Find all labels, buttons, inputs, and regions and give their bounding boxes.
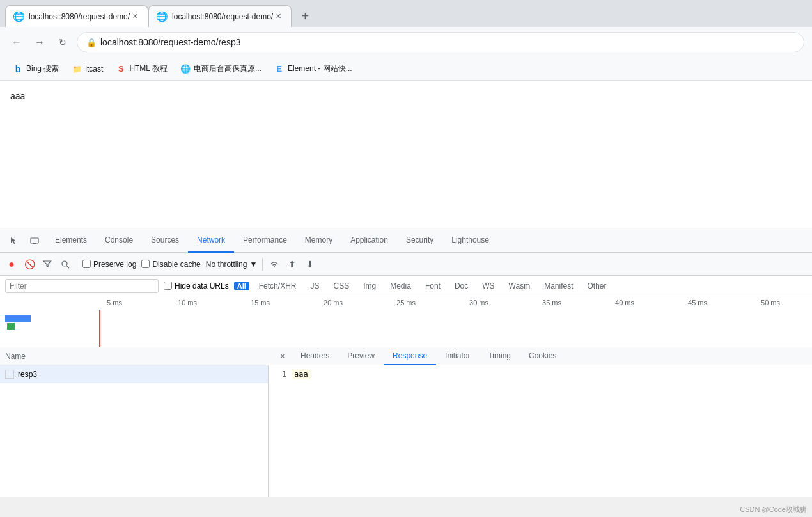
initiator-tab[interactable]: Initiator	[436, 347, 479, 365]
bookmark-ecommerce[interactable]: 🌐 电商后台高保真原...	[175, 62, 267, 76]
tab-elements[interactable]: Elements	[46, 228, 96, 253]
ruler-mark-10: 50 ms	[734, 299, 807, 306]
tab-application[interactable]: Application	[341, 228, 397, 253]
file-icon	[5, 370, 14, 379]
wifi-icon[interactable]	[268, 258, 281, 271]
url-bar[interactable]: 🔒 localhost:8080/request-demo/resp3	[77, 32, 804, 52]
request-table: Name × Headers Preview Response Initiato…	[0, 347, 812, 497]
search-button[interactable]	[59, 258, 72, 271]
media-filter[interactable]: Media	[386, 281, 416, 291]
timeline-ruler: 5 ms 10 ms 15 ms 20 ms 25 ms 30 ms 35 ms…	[0, 296, 812, 309]
preserve-log-checkbox[interactable]: Preserve log	[82, 260, 136, 269]
reload-button[interactable]: ↻	[54, 33, 72, 51]
svg-point-3	[62, 261, 67, 266]
timeline-red-line	[99, 310, 100, 347]
tab-1[interactable]: 🌐 localhost:8080/request-demo/ ✕	[5, 5, 148, 27]
tab-1-title: localhost:8080/request-demo/	[29, 12, 130, 21]
tab-2[interactable]: 🌐 localhost:8080/request-demo/ ✕	[148, 5, 292, 27]
bookmark-html-label: HTML 教程	[129, 63, 168, 74]
new-tab-button[interactable]: +	[294, 5, 316, 27]
css-filter[interactable]: CSS	[329, 281, 354, 291]
preview-tab[interactable]: Preview	[338, 347, 384, 365]
doc-filter[interactable]: Doc	[450, 281, 472, 291]
back-button[interactable]: ←	[8, 33, 26, 51]
tab-console[interactable]: Console	[96, 228, 142, 253]
download-icon[interactable]: ⬇	[304, 258, 316, 271]
timeline-bar-blue	[5, 315, 31, 322]
forward-button[interactable]: →	[31, 33, 49, 51]
tab-2-close[interactable]: ✕	[273, 12, 283, 22]
disable-cache-checkbox[interactable]: Disable cache	[141, 260, 200, 269]
name-column-header: Name	[5, 352, 274, 361]
devtools-device-icon[interactable]	[26, 232, 43, 250]
tab-sources[interactable]: Sources	[142, 228, 188, 253]
ruler-mark-1: 5 ms	[78, 299, 151, 306]
element-icon: E	[274, 64, 285, 74]
cookies-tab[interactable]: Cookies	[520, 347, 565, 365]
tab-1-close[interactable]: ✕	[130, 12, 140, 22]
bookmark-html[interactable]: S HTML 教程	[111, 62, 173, 76]
tab-performance[interactable]: Performance	[234, 228, 296, 253]
address-bar: ← → ↻ 🔒 localhost:8080/request-demo/resp…	[0, 27, 812, 58]
ruler-mark-2: 10 ms	[151, 299, 224, 306]
devtools-cursor-icon[interactable]	[5, 232, 23, 250]
manifest-filter[interactable]: Manifest	[540, 281, 577, 291]
other-filter[interactable]: Other	[583, 281, 611, 291]
line-number: 1	[274, 370, 286, 379]
throttling-select[interactable]: No throttling ▼	[206, 260, 258, 269]
tab-lighthouse[interactable]: Lighthouse	[442, 228, 498, 253]
timeline-bar-green	[7, 323, 15, 330]
ecommerce-icon: 🌐	[180, 64, 191, 74]
ruler-mark-3: 15 ms	[224, 299, 297, 306]
ruler-mark-4: 20 ms	[297, 299, 370, 306]
fetch-xhr-filter[interactable]: Fetch/XHR	[254, 281, 301, 291]
svg-line-4	[66, 266, 69, 268]
img-filter[interactable]: Img	[359, 281, 380, 291]
svg-rect-0	[31, 238, 38, 243]
upload-icon[interactable]: ⬆	[286, 258, 299, 271]
separator-1	[77, 258, 77, 271]
ruler-mark-8: 40 ms	[588, 299, 661, 306]
bookmark-element[interactable]: E Element - 网站快...	[269, 62, 357, 76]
ws-filter[interactable]: WS	[478, 281, 499, 291]
font-filter[interactable]: Font	[421, 281, 445, 291]
filter-bar: Hide data URLs All Fetch/XHR JS CSS Img …	[0, 276, 812, 296]
html-icon: S	[116, 64, 126, 74]
request-detail-split: resp3 1 aaa	[0, 365, 812, 497]
ruler-mark-5: 25 ms	[370, 299, 442, 306]
response-tab[interactable]: Response	[384, 347, 436, 365]
bookmark-ecommerce-label: 电商后台高保真原...	[194, 63, 262, 74]
itcast-icon: 📁	[72, 64, 82, 74]
line-text: aaa	[292, 369, 311, 379]
hide-data-urls-checkbox[interactable]: Hide data URLs	[164, 282, 229, 290]
page-content: aaa	[0, 81, 812, 228]
clear-button[interactable]: 🚫	[23, 258, 36, 271]
all-filter-badge[interactable]: All	[234, 282, 249, 290]
close-column-header[interactable]: ×	[274, 352, 292, 361]
ruler-mark-6: 30 ms	[442, 299, 515, 306]
tab-security[interactable]: Security	[397, 228, 442, 253]
bookmark-element-label: Element - 网站快...	[288, 63, 352, 74]
response-line-1: 1 aaa	[274, 368, 807, 381]
bookmark-itcast-label: itcast	[85, 65, 103, 74]
tab-network[interactable]: Network	[188, 228, 234, 253]
headers-tab[interactable]: Headers	[292, 347, 338, 365]
tab-2-favicon: 🌐	[157, 12, 167, 22]
wasm-filter[interactable]: Wasm	[504, 281, 535, 291]
request-table-header: Name × Headers Preview Response Initiato…	[0, 347, 812, 365]
record-button[interactable]: ●	[5, 258, 18, 271]
filter-input[interactable]	[5, 279, 159, 293]
tab-memory[interactable]: Memory	[296, 228, 341, 253]
bookmark-itcast[interactable]: 📁 itcast	[66, 63, 108, 76]
timeline-bar-row	[5, 314, 807, 324]
bookmark-bing[interactable]: b Bing 搜索	[8, 62, 64, 76]
request-list: resp3	[0, 365, 269, 497]
bookmark-bing-label: Bing 搜索	[26, 63, 59, 74]
js-filter[interactable]: JS	[306, 281, 324, 291]
ruler-mark-9: 45 ms	[661, 299, 734, 306]
filter-icon[interactable]	[41, 258, 54, 271]
tab-1-favicon: 🌐	[13, 12, 24, 22]
table-row[interactable]: resp3	[0, 365, 268, 383]
tab-2-title: localhost:8080/request-demo/	[172, 12, 273, 21]
timing-tab[interactable]: Timing	[479, 347, 520, 365]
